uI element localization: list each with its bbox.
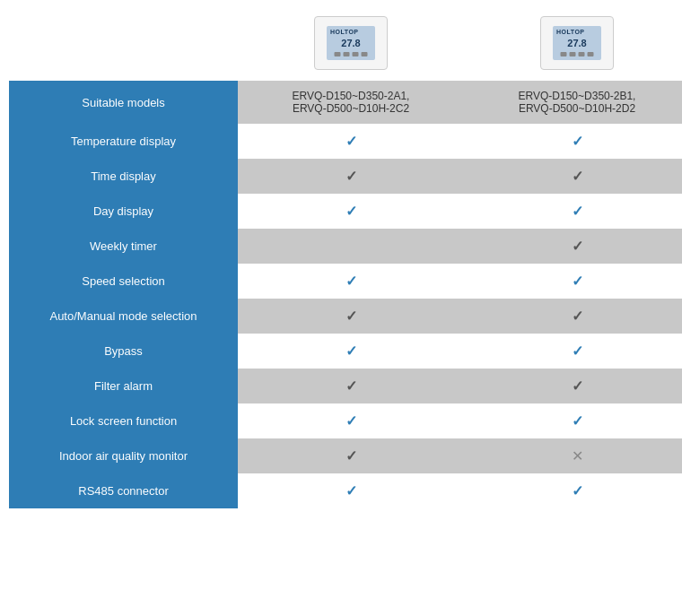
feature-label: Filter alarm bbox=[9, 369, 238, 403]
feature-value-col1 bbox=[238, 229, 464, 264]
cross-icon: ✕ bbox=[572, 448, 583, 464]
comparison-table-wrapper: HOLTOP 27.8 bbox=[0, 0, 682, 517]
check-icon: ✓ bbox=[345, 169, 357, 184]
table-row: Time display✓✓ bbox=[9, 159, 682, 194]
feature-value-col2: ERVQ-D150~D350-2B1, ERVQ-D500~D10H-2D2 bbox=[464, 81, 682, 124]
check-icon: ✓ bbox=[572, 413, 583, 429]
table-row: Weekly timer ✓ bbox=[9, 229, 682, 264]
table-row: Suitable modelsERVQ-D150~D350-2A1, ERVQ-… bbox=[9, 81, 682, 124]
table-row: Temperature display✓✓ bbox=[9, 124, 682, 159]
feature-label: Weekly timer bbox=[9, 229, 238, 264]
check-icon: ✓ bbox=[345, 483, 357, 499]
product-1-header: HOLTOP 27.8 bbox=[238, 9, 464, 81]
feature-label: Temperature display bbox=[9, 124, 238, 159]
feature-value-col2: ✓ bbox=[464, 299, 682, 334]
feature-label: Indoor air quality monitor bbox=[9, 438, 238, 473]
check-icon: ✓ bbox=[572, 378, 583, 394]
feature-value-col2: ✓ bbox=[464, 229, 682, 264]
check-icon: ✓ bbox=[572, 239, 583, 254]
feature-value-col2: ✓ bbox=[464, 264, 682, 299]
check-icon: ✓ bbox=[572, 134, 583, 149]
product-1-image: HOLTOP 27.8 bbox=[314, 16, 388, 70]
check-icon: ✓ bbox=[345, 204, 357, 219]
feature-value-col1: ✓ bbox=[238, 438, 464, 473]
table-row: Indoor air quality monitor✓✕ bbox=[9, 438, 682, 473]
feature-value-col1: ✓ bbox=[238, 159, 464, 194]
feature-value-col1: ✓ bbox=[238, 299, 464, 334]
feature-label: Day display bbox=[9, 194, 238, 229]
feature-value-col2: ✓ bbox=[464, 159, 682, 194]
feature-value-col2: ✓ bbox=[464, 334, 682, 369]
feature-label: RS485 connector bbox=[9, 473, 238, 508]
header-row: HOLTOP 27.8 bbox=[9, 9, 682, 81]
check-icon: ✓ bbox=[572, 483, 583, 499]
product-2-display-text: 27.8 bbox=[567, 38, 586, 48]
check-icon: ✓ bbox=[345, 448, 357, 464]
check-icon: ✓ bbox=[572, 273, 583, 289]
table-row: Auto/Manual mode selection✓✓ bbox=[9, 299, 682, 334]
feature-value-col2: ✓ bbox=[464, 403, 682, 438]
feature-value-col2: ✓ bbox=[464, 473, 682, 508]
feature-value-col2: ✓ bbox=[464, 369, 682, 403]
feature-label: Time display bbox=[9, 159, 238, 194]
feature-value-col2: ✓ bbox=[464, 124, 682, 159]
table-row: Speed selection✓✓ bbox=[9, 264, 682, 299]
feature-value-col1: ✓ bbox=[238, 194, 464, 229]
product-1-display-text: 27.8 bbox=[341, 38, 360, 48]
check-icon: ✓ bbox=[345, 308, 357, 324]
feature-label: Bypass bbox=[9, 334, 238, 369]
feature-label: Auto/Manual mode selection bbox=[9, 299, 238, 334]
feature-value-col1: ✓ bbox=[238, 403, 464, 438]
feature-label: Lock screen function bbox=[9, 403, 238, 438]
check-icon: ✓ bbox=[572, 204, 583, 219]
feature-value-col1: ✓ bbox=[238, 473, 464, 508]
table-row: Lock screen function✓✓ bbox=[9, 403, 682, 438]
check-icon: ✓ bbox=[572, 343, 583, 359]
table-row: RS485 connector✓✓ bbox=[9, 473, 682, 508]
check-icon: ✓ bbox=[345, 134, 357, 149]
table-row: Filter alarm✓✓ bbox=[9, 369, 682, 403]
check-icon: ✓ bbox=[572, 169, 583, 184]
product-2-image: HOLTOP 27.8 bbox=[540, 16, 614, 70]
check-icon: ✓ bbox=[345, 273, 357, 289]
feature-label: Suitable models bbox=[9, 81, 238, 124]
product-2-header: HOLTOP 27.8 bbox=[464, 9, 682, 81]
feature-header-cell bbox=[9, 9, 238, 81]
feature-label: Speed selection bbox=[9, 264, 238, 299]
check-icon: ✓ bbox=[345, 413, 357, 429]
check-icon: ✓ bbox=[572, 308, 583, 324]
feature-value-col2: ✓ bbox=[464, 194, 682, 229]
feature-value-col1: ✓ bbox=[238, 124, 464, 159]
feature-value-col1: ✓ bbox=[238, 334, 464, 369]
check-icon: ✓ bbox=[345, 378, 357, 394]
table-row: Bypass✓✓ bbox=[9, 334, 682, 369]
feature-value-col1: ✓ bbox=[238, 264, 464, 299]
feature-value-col2: ✕ bbox=[464, 438, 682, 473]
feature-value-col1: ERVQ-D150~D350-2A1, ERVQ-D500~D10H-2C2 bbox=[238, 81, 464, 124]
check-icon: ✓ bbox=[345, 343, 357, 359]
feature-value-col1: ✓ bbox=[238, 369, 464, 403]
table-row: Day display✓✓ bbox=[9, 194, 682, 229]
